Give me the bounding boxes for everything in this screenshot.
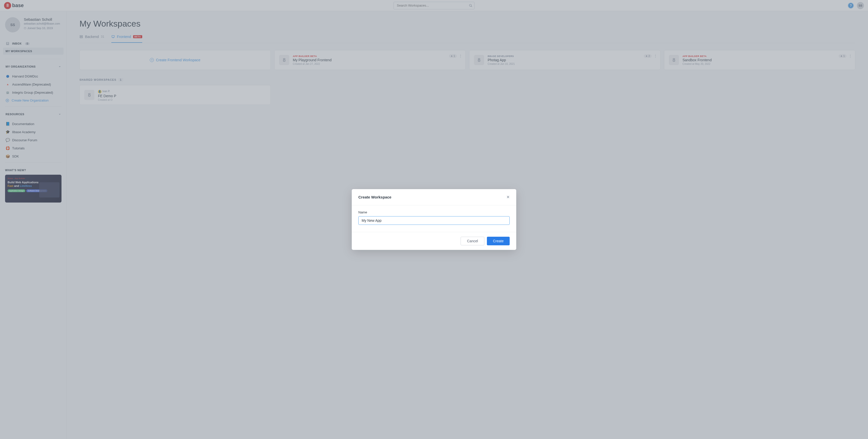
close-button[interactable]: ✕ xyxy=(506,195,510,200)
cancel-button[interactable]: Cancel xyxy=(461,237,484,245)
workspace-name-input[interactable] xyxy=(358,216,510,225)
modal-overlay[interactable]: Create Workspace ✕ Name Cancel Create xyxy=(0,0,868,439)
modal-title: Create Workspace xyxy=(358,195,392,199)
name-field-label: Name xyxy=(358,210,510,214)
close-icon: ✕ xyxy=(506,195,510,199)
create-button[interactable]: Create xyxy=(487,237,510,245)
create-workspace-modal: Create Workspace ✕ Name Cancel Create xyxy=(352,189,516,250)
